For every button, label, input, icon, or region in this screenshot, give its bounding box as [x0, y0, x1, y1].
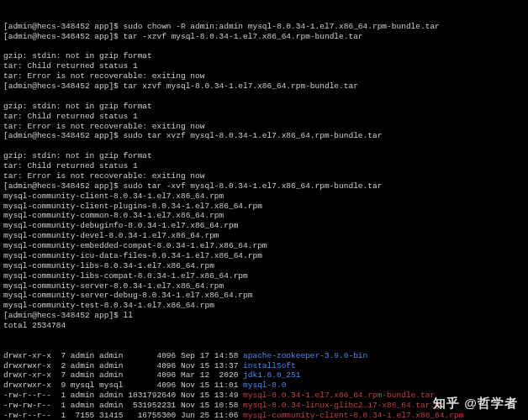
file-listing-row: -rw-r--r-- 1 7155 31415 16755300 Jun 25 …	[3, 411, 525, 420]
terminal-line: gzip: stdin: not in gzip format	[3, 151, 525, 161]
terminal-line: tar: Child returned status 1	[3, 112, 525, 122]
file-name: apache-zookeeper-3.9.0-bin	[243, 351, 367, 360]
terminal-line: [admin@hecs-348452 app]$ sudo chown -R a…	[3, 22, 525, 32]
terminal-output[interactable]: [admin@hecs-348452 app]$ sudo chown -R a…	[0, 0, 528, 420]
terminal-line: gzip: stdin: not in gzip format	[3, 102, 525, 112]
terminal-line: [admin@hecs-348452 app]$ sudo tar -xvf m…	[3, 181, 525, 192]
terminal-line: mysql-community-debuginfo-8.0.34-1.el7.x…	[3, 221, 525, 231]
terminal-line: gzip: stdin: not in gzip format	[3, 51, 525, 61]
terminal-line: [admin@hecs-348452 app]$ ll	[3, 311, 525, 321]
file-listing-row: drwxrwxr-x 9 mysql mysql 4096 Nov 15 11:…	[3, 381, 525, 391]
terminal-line: mysql-community-devel-8.0.34-1.el7.x86_6…	[3, 231, 525, 241]
terminal-line: tar: Error is not recoverable: exiting n…	[3, 171, 525, 181]
terminal-line: [admin@hecs-348452 app]$ tar xzvf mysql-…	[3, 81, 525, 92]
file-name: mysql-8.0.34-linux-glibc2.17-x86_64.tar.…	[243, 401, 444, 410]
terminal-line: tar: Child returned status 1	[3, 61, 525, 71]
terminal-line: mysql-community-test-8.0.34-1.el7.x86_64…	[3, 301, 525, 311]
terminal-line: mysql-community-common-8.0.34-1.el7.x86_…	[3, 211, 525, 221]
terminal-line: mysql-community-libs-8.0.34-1.el7.x86_64…	[3, 261, 525, 271]
terminal-line: mysql-community-libs-compat-8.0.34-1.el7…	[3, 271, 525, 281]
terminal-line: total 2534784	[3, 321, 525, 331]
file-name: installSoft	[243, 361, 296, 370]
terminal-line: mysql-community-embedded-compat-8.0.34-1…	[3, 241, 525, 251]
terminal-line: mysql-community-server-debug-8.0.34-1.el…	[3, 291, 525, 301]
terminal-line: tar: Child returned status 1	[3, 161, 525, 171]
file-name: jdk1.8.0_251	[243, 370, 300, 380]
terminal-line: tar: Error is not recoverable: exiting n…	[3, 122, 525, 132]
zhihu-logo: 知乎 @哲学者	[433, 396, 518, 410]
file-name: mysql-8.0	[243, 381, 286, 390]
terminal-line: [admin@hecs-348452 app]$ tar -xzvf mysql…	[3, 32, 525, 42]
terminal-line	[3, 92, 525, 102]
terminal-line	[3, 141, 525, 151]
terminal-line: mysql-community-icu-data-files-8.0.34-1.…	[3, 251, 525, 261]
terminal-line: tar: Error is not recoverable: exiting n…	[3, 71, 525, 81]
watermark-text: 知乎 @哲学者	[433, 396, 518, 412]
file-listing-row: drwxrwxr-x 2 admin admin 4096 Nov 15 13:…	[3, 361, 525, 371]
file-listing-row: drwxr-xr-x 7 admin admin 4096 Mar 12 202…	[3, 370, 525, 381]
file-listing-row: drwxr-xr-x 7 admin admin 4096 Sep 17 14:…	[3, 351, 525, 361]
file-name: mysql-community-client-8.0.34-1.el7.x86_…	[243, 411, 463, 420]
file-name: mysql-8.0.34-1.el7.x86_64.rpm-bundle.tar	[243, 391, 435, 400]
terminal-line: mysql-community-client-8.0.34-1.el7.x86_…	[3, 192, 525, 202]
terminal-line: [admin@hecs-348452 app]$ sudo tar xvzf m…	[3, 131, 525, 141]
terminal-line: mysql-community-client-plugins-8.0.34-1.…	[3, 202, 525, 212]
terminal-line: mysql-community-server-8.0.34-1.el7.x86_…	[3, 281, 525, 291]
terminal-line	[3, 42, 525, 52]
